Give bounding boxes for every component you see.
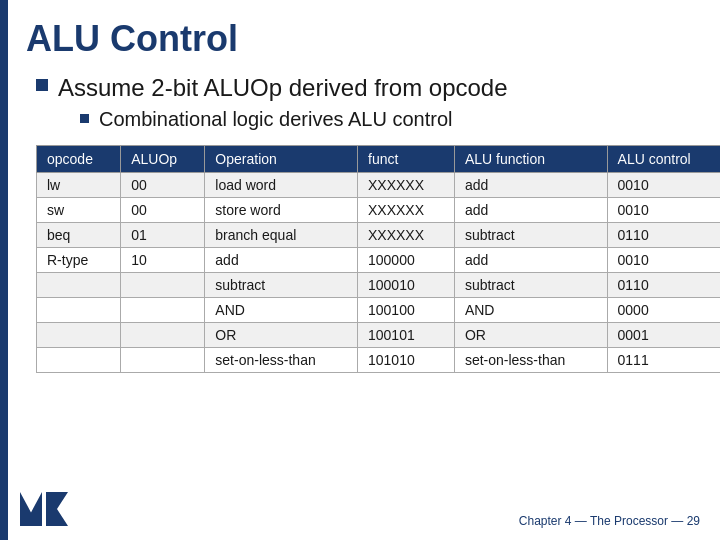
table-cell: 101010: [358, 348, 455, 373]
table-cell: 0110: [607, 223, 720, 248]
main-bullet: Assume 2-bit ALUOp derived from opcode: [36, 74, 700, 102]
left-accent-bar: [0, 0, 8, 540]
logo-k-shape: [46, 492, 68, 526]
mk-logo: [20, 492, 68, 528]
footer-text: Chapter 4 — The Processor — 29: [519, 514, 700, 528]
table-cell: XXXXXX: [358, 198, 455, 223]
main-bullet-text: Assume 2-bit ALUOp derived from opcode: [58, 74, 508, 102]
table-cell: [37, 298, 121, 323]
table-cell: AND: [205, 298, 358, 323]
table-cell: beq: [37, 223, 121, 248]
table-cell: R-type: [37, 248, 121, 273]
table-cell: 0111: [607, 348, 720, 373]
table-cell: 0000: [607, 298, 720, 323]
table-row: subtract100010subtract0110: [37, 273, 721, 298]
table-cell: load word: [205, 173, 358, 198]
table-cell: add: [454, 198, 607, 223]
table-cell: sw: [37, 198, 121, 223]
table-cell: 0010: [607, 248, 720, 273]
table-cell: 01: [121, 223, 205, 248]
table-cell: add: [454, 248, 607, 273]
table-cell: 100101: [358, 323, 455, 348]
table-row: sw00store wordXXXXXXadd0010: [37, 198, 721, 223]
col-header-aluop: ALUOp: [121, 146, 205, 173]
table-cell: [121, 323, 205, 348]
table-row: AND100100AND0000: [37, 298, 721, 323]
alu-control-table: opcode ALUOp Operation funct ALU functio…: [36, 145, 720, 373]
table-row: set-on-less-than101010set-on-less-than01…: [37, 348, 721, 373]
table-cell: XXXXXX: [358, 173, 455, 198]
table-row: OR100101OR0001: [37, 323, 721, 348]
table-cell: subtract: [454, 273, 607, 298]
table-cell: 100010: [358, 273, 455, 298]
col-header-alu-control: ALU control: [607, 146, 720, 173]
table-cell: OR: [454, 323, 607, 348]
page-title: ALU Control: [26, 18, 700, 60]
table-cell: 0010: [607, 173, 720, 198]
table-cell: 10: [121, 248, 205, 273]
bullet-square-icon: [36, 79, 48, 91]
table-cell: OR: [205, 323, 358, 348]
col-header-funct: funct: [358, 146, 455, 173]
table-cell: set-on-less-than: [454, 348, 607, 373]
main-content: ALU Control Assume 2-bit ALUOp derived f…: [16, 0, 720, 383]
table-header-row: opcode ALUOp Operation funct ALU functio…: [37, 146, 721, 173]
table-cell: set-on-less-than: [205, 348, 358, 373]
sub-bullet-text: Combinational logic derives ALU control: [99, 108, 453, 131]
col-header-opcode: opcode: [37, 146, 121, 173]
table-cell: 00: [121, 173, 205, 198]
col-header-operation: Operation: [205, 146, 358, 173]
table-cell: 0001: [607, 323, 720, 348]
table-cell: [37, 348, 121, 373]
table-cell: XXXXXX: [358, 223, 455, 248]
table-cell: subtract: [205, 273, 358, 298]
table-row: beq01branch equalXXXXXXsubtract0110: [37, 223, 721, 248]
table-cell: [37, 323, 121, 348]
table-cell: add: [454, 173, 607, 198]
table-cell: add: [205, 248, 358, 273]
table-cell: subtract: [454, 223, 607, 248]
table-cell: 100000: [358, 248, 455, 273]
table-row: lw00load wordXXXXXXadd0010: [37, 173, 721, 198]
table-cell: [121, 273, 205, 298]
table-cell: branch equal: [205, 223, 358, 248]
table-cell: lw: [37, 173, 121, 198]
table-cell: [37, 273, 121, 298]
table-cell: 00: [121, 198, 205, 223]
table-row: R-type10add100000add0010: [37, 248, 721, 273]
logo-m-shape: [20, 492, 42, 526]
table-cell: [121, 348, 205, 373]
table-cell: 100100: [358, 298, 455, 323]
sub-bullet-square-icon: [80, 114, 89, 123]
col-header-alu-function: ALU function: [454, 146, 607, 173]
table-cell: 0010: [607, 198, 720, 223]
table-cell: 0110: [607, 273, 720, 298]
sub-bullet: Combinational logic derives ALU control: [80, 108, 700, 131]
logo: [20, 492, 68, 528]
table-cell: AND: [454, 298, 607, 323]
table-cell: store word: [205, 198, 358, 223]
table-cell: [121, 298, 205, 323]
